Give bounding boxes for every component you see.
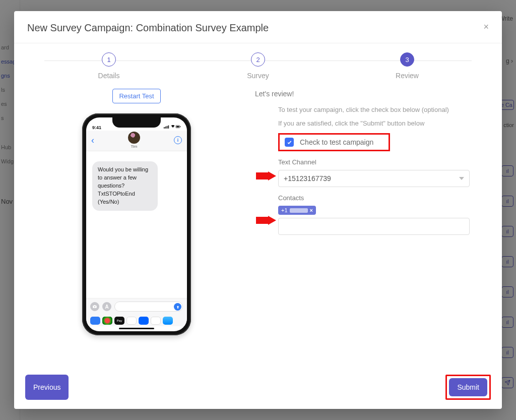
- stepper: 1 Details 2 Survey 3 Review: [14, 43, 502, 84]
- step-number: 3: [400, 52, 414, 67]
- review-heading: Let's review!: [255, 90, 488, 98]
- text-channel-value: +15123167739: [284, 174, 331, 183]
- app-icon: [102, 317, 112, 325]
- review-hint-submit: If you are satisfied, click the "Submit"…: [278, 119, 488, 127]
- back-icon: ‹: [91, 135, 94, 146]
- phone-indicators: [164, 125, 181, 130]
- step-number: 2: [251, 52, 265, 67]
- review-hint-test: To test your campaign, click the check b…: [278, 106, 488, 113]
- apple-pay-icon: Pay: [114, 317, 124, 325]
- message-body: Would you be willing to answer a few que…: [86, 151, 187, 298]
- step-label: Review: [396, 72, 419, 80]
- previous-button[interactable]: Previous: [25, 375, 69, 400]
- message-input-row: A: [86, 298, 187, 315]
- contact-name: Tim: [128, 144, 140, 149]
- review-column: Let's review! To test your campaign, cli…: [255, 89, 488, 365]
- svg-rect-6: [180, 126, 180, 127]
- test-campaign-checkbox-row[interactable]: Check to test campaign: [278, 133, 390, 151]
- svg-marker-8: [256, 216, 276, 225]
- modal: New Survey Campaign: Combination Survey …: [14, 11, 502, 409]
- app-tray: Pay: [86, 315, 187, 326]
- annotation-arrow-icon: [256, 171, 276, 181]
- step-survey[interactable]: 2 Survey: [183, 52, 333, 80]
- preview-column: Restart Test 9:41 ‹ Tim: [28, 89, 245, 365]
- app-icon: [163, 317, 173, 325]
- phone-mockup: 9:41 ‹ Tim i Would you b: [82, 113, 191, 335]
- info-icon: i: [174, 136, 182, 144]
- phone-time: 9:41: [92, 125, 101, 130]
- camera-icon: [90, 302, 99, 311]
- submit-highlight: Submit: [445, 375, 491, 400]
- apps-icon: A: [102, 302, 111, 311]
- contact-chip[interactable]: +1 ×: [278, 206, 316, 215]
- chevron-down-icon: [459, 177, 464, 180]
- step-label: Details: [98, 72, 120, 80]
- step-number: 1: [102, 52, 116, 67]
- message-header: ‹ Tim i: [86, 131, 187, 151]
- avatar: [128, 132, 140, 144]
- checkbox-icon[interactable]: [285, 138, 294, 147]
- chip-remove-icon[interactable]: ×: [310, 207, 313, 213]
- text-channel-select[interactable]: +15123167739: [278, 170, 470, 187]
- app-icon: [139, 317, 149, 325]
- annotation-arrow-icon: [256, 216, 276, 225]
- step-details[interactable]: 1 Details: [34, 52, 183, 80]
- svg-rect-3: [168, 126, 169, 129]
- svg-marker-7: [256, 171, 276, 181]
- modal-title: New Survey Campaign: Combination Survey …: [27, 22, 269, 34]
- svg-rect-5: [176, 126, 179, 128]
- home-indicator: [119, 328, 154, 329]
- submit-button[interactable]: Submit: [449, 378, 487, 396]
- phone-notch: [112, 117, 161, 128]
- close-icon[interactable]: ×: [483, 22, 489, 31]
- app-icon: [90, 317, 100, 325]
- svg-rect-2: [167, 126, 168, 129]
- compose-field: [114, 302, 183, 312]
- contact-chip-redacted: [290, 208, 308, 213]
- checkbox-label: Check to test campaign: [300, 138, 373, 146]
- svg-rect-1: [165, 127, 166, 129]
- text-channel-label: Text Channel: [278, 158, 488, 166]
- modal-footer: Previous Submit: [14, 375, 502, 409]
- message-bubble: Would you be willing to answer a few que…: [92, 161, 158, 211]
- modal-header: New Survey Campaign: Combination Survey …: [14, 11, 502, 43]
- restart-test-button[interactable]: Restart Test: [112, 89, 160, 103]
- contacts-input[interactable]: [278, 218, 470, 235]
- contacts-label: Contacts: [278, 194, 488, 202]
- step-review[interactable]: 3 Review: [333, 52, 482, 80]
- app-icon: [151, 317, 161, 325]
- send-icon: [174, 303, 181, 311]
- svg-rect-0: [164, 127, 165, 129]
- step-label: Survey: [247, 72, 269, 80]
- contact-chip-prefix: +1: [281, 207, 288, 213]
- app-icon: [126, 317, 137, 325]
